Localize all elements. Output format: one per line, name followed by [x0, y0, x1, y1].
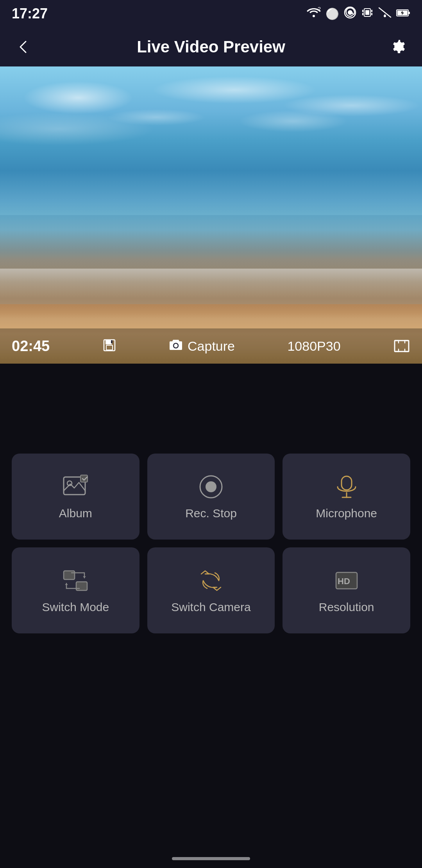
wave-layer: [0, 269, 422, 313]
status-bar: 17:27 ? ⚪: [0, 0, 422, 27]
resolution-icon: HD: [333, 567, 360, 594]
svg-rect-8: [362, 13, 363, 15]
video-timestamp: 02:45: [12, 338, 50, 355]
svg-rect-6: [362, 10, 363, 12]
svg-rect-12: [408, 12, 410, 14]
circle-icon: ⚪: [325, 7, 339, 20]
video-background: [0, 66, 422, 364]
resolution-button[interactable]: HD Resolution: [283, 547, 410, 633]
status-icons: ? ⚪: [307, 6, 410, 22]
album-icon: [62, 473, 89, 500]
bottom-spacer: [0, 633, 422, 766]
cloud-layer: [0, 66, 422, 215]
svg-rect-9: [371, 13, 372, 15]
rec-stop-button[interactable]: Rec. Stop: [147, 454, 275, 540]
black-spacer: [0, 364, 422, 454]
status-time: 17:27: [12, 5, 48, 22]
video-overlay: 02:45 Capture 1080P30: [0, 328, 422, 364]
svg-rect-22: [80, 475, 88, 482]
vibrate-icon: [361, 6, 374, 22]
svg-point-3: [348, 10, 352, 15]
switch-mode-icon: [62, 567, 89, 594]
video-resolution: 1080P30: [287, 339, 340, 354]
camera-small-icon: [169, 337, 183, 355]
rec-stop-label: Rec. Stop: [185, 507, 237, 520]
switch-camera-label: Switch Camera: [171, 601, 250, 614]
page-title: Live Video Preview: [35, 38, 387, 56]
svg-text:HD: HD: [338, 576, 350, 586]
svg-rect-17: [111, 340, 113, 343]
switch-camera-icon: [197, 567, 225, 594]
video-capture-button[interactable]: Capture: [169, 337, 235, 355]
rec-stop-icon: [197, 473, 225, 500]
video-preview: 02:45 Capture 1080P30: [0, 66, 422, 364]
header: Live Video Preview: [0, 27, 422, 66]
svg-rect-28: [64, 571, 75, 579]
svg-point-24: [206, 481, 216, 492]
svg-point-0: [313, 15, 315, 17]
svg-point-10: [384, 15, 386, 17]
microphone-label: Microphone: [316, 507, 377, 520]
switch-mode-button[interactable]: Switch Mode: [12, 547, 139, 633]
svg-rect-5: [365, 10, 369, 15]
home-indicator: [172, 857, 250, 860]
svg-rect-29: [76, 582, 87, 590]
resolution-label: Resolution: [319, 601, 374, 614]
capture-label: Capture: [188, 339, 235, 354]
switch-mode-label: Switch Mode: [42, 601, 109, 614]
controls-grid: Album Rec. Stop Microphone Switch Mode: [0, 454, 422, 633]
svg-rect-16: [106, 345, 113, 350]
wifi-off-icon: [378, 7, 392, 21]
svg-text:?: ?: [318, 7, 321, 12]
at-icon: [344, 6, 356, 22]
save-icon: [102, 338, 116, 354]
battery-icon: [396, 7, 410, 20]
svg-rect-19: [395, 341, 409, 352]
microphone-button[interactable]: Microphone: [283, 454, 410, 540]
svg-rect-25: [342, 476, 352, 490]
album-button[interactable]: Album: [12, 454, 139, 540]
aspect-ratio-icon: [393, 337, 410, 355]
back-button[interactable]: [12, 35, 35, 59]
microphone-icon: [333, 473, 360, 500]
svg-rect-15: [106, 340, 112, 344]
wifi-question-icon: ?: [307, 7, 321, 21]
settings-button[interactable]: [387, 35, 410, 59]
switch-camera-button[interactable]: Switch Camera: [147, 547, 275, 633]
svg-rect-7: [371, 10, 372, 12]
album-label: Album: [59, 507, 92, 520]
